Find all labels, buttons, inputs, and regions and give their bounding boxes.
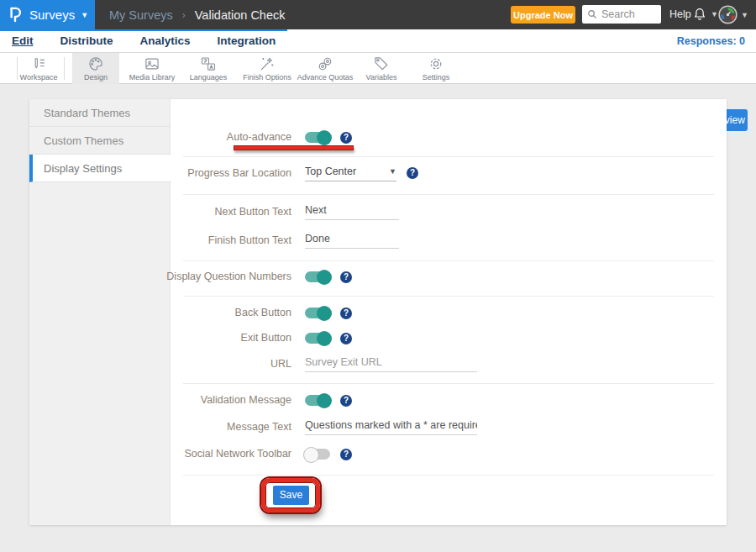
toolbar-item-finish-options[interactable]: Finish Options — [237, 53, 297, 84]
global-search[interactable] — [582, 5, 661, 24]
toolbar-item-settings[interactable]: Settings — [408, 53, 464, 84]
avatar — [718, 5, 738, 24]
validation-message-label: Validation Message — [115, 394, 291, 406]
finish-button-text-label: Finish Button Text — [115, 234, 291, 246]
red-underline-annotation — [234, 145, 354, 150]
divider — [183, 383, 714, 384]
notifications-button[interactable]: ▼ — [692, 7, 718, 22]
display-question-numbers-help-icon[interactable] — [340, 271, 352, 283]
edit-toolbar: Workspace Design Media Library — [0, 53, 756, 84]
validation-message-toggle[interactable] — [305, 395, 330, 406]
toolbar-item-advance-quotas[interactable]: Advance Quotas — [294, 53, 356, 84]
save-button[interactable]: Save — [273, 486, 309, 505]
bell-icon — [692, 7, 707, 22]
toolbar-item-variables[interactable]: Variables — [358, 53, 405, 84]
breadcrumb-separator-icon: › — [182, 9, 186, 21]
toolbar-item-label: Variables — [366, 73, 397, 81]
survey-nav: Edit Distribute Analytics Integration Re… — [0, 29, 756, 53]
auto-advance-help-icon[interactable] — [340, 132, 352, 144]
exit-button-toggle[interactable] — [305, 333, 330, 344]
exit-button-help-icon[interactable] — [340, 333, 352, 344]
divider — [183, 194, 714, 195]
toolbar-item-label: Media Library — [129, 73, 176, 81]
translate-icon — [200, 56, 217, 72]
progress-bar-location-value: Top Center — [305, 166, 356, 177]
account-menu[interactable]: ▼ — [718, 5, 748, 24]
questionpro-logo-icon — [8, 5, 22, 24]
validation-message-help-icon[interactable] — [340, 395, 352, 407]
chevron-down-icon: ▼ — [81, 11, 88, 19]
help-link[interactable]: Help — [669, 0, 691, 29]
toolbar-item-label: Advance Quotas — [297, 73, 354, 81]
active-product-underline — [0, 29, 287, 31]
palette-icon — [87, 56, 104, 72]
message-text-input[interactable]: Questions marked with a * are required — [305, 419, 477, 435]
questionpro-app: Surveys ▼ My Surveys › Validation Check … — [0, 0, 756, 552]
responses-count[interactable]: Responses: 0 — [677, 29, 745, 53]
product-menu-label: Surveys — [29, 8, 75, 22]
tab-integration[interactable]: Integration — [218, 34, 276, 47]
chevron-down-icon: ▼ — [389, 167, 396, 176]
breadcrumb-parent[interactable]: My Surveys — [109, 8, 173, 22]
tab-distribute[interactable]: Distribute — [60, 34, 113, 47]
breadcrumb-current: Validation Check — [195, 8, 286, 22]
next-button-text-input[interactable]: Next — [305, 204, 399, 220]
progress-bar-location-help-icon[interactable] — [407, 167, 418, 179]
sidebar-item-standard-themes[interactable]: Standard Themes — [29, 99, 170, 127]
chevron-down-icon: ▼ — [741, 11, 748, 19]
gear-icon — [428, 56, 444, 72]
social-network-toolbar-toggle[interactable] — [305, 449, 330, 460]
auto-advance-label: Auto-advance — [115, 131, 291, 143]
next-button-text-label: Next Button Text — [115, 206, 291, 218]
toolbar-item-design[interactable]: Design — [72, 53, 119, 84]
toolbar-item-label: Languages — [190, 73, 228, 81]
divider — [183, 260, 714, 261]
display-settings-panel: Standard Themes Custom Themes Display Se… — [29, 99, 727, 525]
divider — [183, 296, 714, 297]
chevron-down-icon: ▼ — [711, 10, 718, 18]
image-icon — [144, 56, 160, 72]
tag-icon — [373, 56, 390, 72]
finish-button-text-input[interactable]: Done — [305, 233, 399, 249]
message-text-label: Message Text — [115, 421, 291, 433]
display-question-numbers-label: Display Question Numbers — [115, 271, 291, 282]
exit-url-input[interactable]: Survey Exit URL — [305, 356, 477, 372]
auto-advance-toggle[interactable] — [305, 132, 330, 143]
workspace-icon — [31, 56, 47, 72]
tab-edit[interactable]: Edit — [12, 34, 34, 47]
chain-links-icon — [317, 56, 333, 72]
tab-analytics[interactable]: Analytics — [140, 34, 191, 47]
divider — [183, 475, 714, 476]
toolbar-item-label: Design — [84, 73, 108, 81]
toolbar-item-workspace[interactable]: Workspace — [12, 53, 66, 84]
nav-tabs: Edit Distribute Analytics Integration — [0, 29, 756, 52]
toolbar-item-media-library[interactable]: Media Library — [124, 53, 180, 84]
progress-bar-location-label: Progress Bar Location — [115, 167, 291, 179]
upgrade-now-button[interactable]: Upgrade Now — [511, 6, 575, 24]
search-input[interactable] — [601, 8, 655, 20]
toolbar-item-languages[interactable]: Languages — [181, 53, 235, 84]
progress-bar-location-select[interactable]: ▼ Top Center — [305, 166, 396, 181]
search-icon — [587, 9, 597, 19]
display-question-numbers-toggle[interactable] — [305, 271, 330, 282]
magic-wand-icon — [259, 56, 276, 72]
toolbar-item-label: Workspace — [20, 73, 58, 81]
back-button-toggle[interactable] — [305, 308, 330, 318]
toolbar-item-label: Settings — [423, 73, 450, 81]
product-switcher[interactable]: Surveys ▼ — [0, 0, 95, 29]
toolbar-item-label: Finish Options — [243, 73, 291, 81]
exit-button-label: Exit Button — [115, 332, 291, 344]
social-network-toolbar-help-icon[interactable] — [340, 449, 352, 460]
breadcrumb: My Surveys › Validation Check — [109, 0, 286, 29]
back-button-help-icon[interactable] — [340, 308, 352, 319]
top-header: Surveys ▼ My Surveys › Validation Check … — [0, 0, 756, 29]
back-button-label: Back Button — [115, 307, 291, 318]
exit-url-label: URL — [115, 358, 291, 370]
social-network-toolbar-label: Social Network Toolbar — [115, 448, 291, 460]
divider — [183, 156, 714, 157]
